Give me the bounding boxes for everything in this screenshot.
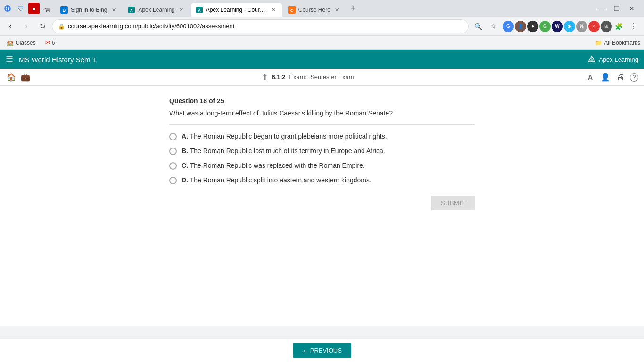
- close-window-button[interactable]: ✕: [625, 2, 638, 15]
- radio-visual-b[interactable]: [169, 148, 177, 155]
- search-icon-btn[interactable]: 🔍: [471, 20, 485, 33]
- all-bookmarks[interactable]: 📁 All Bookmarks: [595, 40, 640, 46]
- exam-label: 6.1.2: [272, 74, 285, 81]
- ext-puzzle-icon[interactable]: 🧩: [613, 21, 624, 32]
- radio-visual-c[interactable]: [169, 162, 177, 170]
- option-d[interactable]: D. The Roman Republic split into eastern…: [169, 176, 475, 184]
- radio-visual-a[interactable]: [169, 133, 177, 140]
- print-icon[interactable]: 🖨: [615, 72, 626, 83]
- tab-close-bing[interactable]: ✕: [110, 6, 117, 14]
- bookmark-star-icon[interactable]: ☆: [487, 20, 500, 33]
- svg-text:C: C: [290, 8, 293, 13]
- option-b-label: B. The Roman Republic lost much of its t…: [182, 147, 385, 155]
- briefcase-icon[interactable]: 💼: [20, 72, 31, 83]
- new-tab-button[interactable]: +: [347, 2, 360, 15]
- hamburger-menu-icon[interactable]: ☰: [6, 54, 13, 65]
- sub-header-right: A 👤 🖨 ?: [585, 72, 638, 83]
- option-d-letter: D.: [182, 176, 188, 184]
- gmail-label: 6: [52, 40, 55, 46]
- forward-button[interactable]: ›: [20, 20, 33, 33]
- question-divider: [169, 124, 475, 125]
- tab-label-apex-courses: Apex Learning - Courses: [206, 7, 267, 13]
- tab-bing[interactable]: B Sign in to Bing ✕: [56, 3, 122, 17]
- guard-btn[interactable]: 🦡: [41, 3, 53, 14]
- tab-apex-courses[interactable]: A Apex Learning - Courses ✕: [191, 3, 282, 17]
- address-text: course.apexlearning.com/public/activity/…: [68, 23, 234, 30]
- home-icon[interactable]: 🏠: [6, 72, 17, 83]
- profile-btn[interactable]: G: [2, 3, 13, 14]
- main-content: Question 18 of 25 What was a long-term e…: [0, 86, 644, 326]
- ext-g-icon[interactable]: G: [539, 21, 551, 32]
- tab-course-hero[interactable]: C Course Hero ✕: [283, 3, 346, 17]
- gmail-icon: ✉: [45, 40, 50, 46]
- tab-bar: G 🛡 ■ 🦡 B Sign in to Bing ✕ A Apex Learn…: [0, 0, 644, 17]
- option-c-text: The Roman Republic was replaced with the…: [190, 162, 365, 169]
- bookmark-classes[interactable]: 🏫 Classes: [4, 39, 39, 47]
- minimize-button[interactable]: —: [595, 2, 608, 15]
- course-title: MS World History Sem 1: [19, 56, 587, 64]
- tab-favicon-apex-courses: A: [196, 6, 203, 14]
- ext-grid-icon[interactable]: ⊞: [601, 21, 612, 32]
- extension-icons: G 👤 ● G W ◉ ⌘ ○ ⊞ 🧩: [503, 21, 624, 32]
- tab-favicon-apex: A: [128, 6, 135, 14]
- maximize-button[interactable]: ❐: [610, 2, 623, 15]
- tab-label-bing: Sign in to Bing: [71, 7, 107, 13]
- bookmark-gmail[interactable]: ✉ 6: [42, 39, 58, 47]
- address-input-bar[interactable]: 🔒 course.apexlearning.com/public/activit…: [52, 19, 469, 33]
- block-btn[interactable]: ■: [28, 3, 40, 14]
- option-a-letter: A.: [182, 132, 188, 140]
- person-icon[interactable]: 👤: [600, 72, 611, 83]
- tab-close-apex[interactable]: ✕: [178, 6, 185, 14]
- toolbar-icons: 🔍 ☆: [471, 20, 500, 33]
- app-header: ☰ MS World History Sem 1 Apex Learning: [0, 50, 644, 69]
- classes-icon: 🏫: [7, 40, 14, 46]
- help-icon[interactable]: ?: [630, 73, 638, 82]
- option-d-label: D. The Roman Republic split into eastern…: [182, 176, 372, 184]
- back-button[interactable]: ‹: [4, 20, 17, 33]
- tab-label-course-hero: Course Hero: [298, 7, 330, 13]
- sub-header-center: ⬆ 6.1.2 Exam: Semester Exam: [37, 73, 579, 82]
- refresh-button[interactable]: ↻: [36, 20, 49, 33]
- ext-google-icon[interactable]: G: [503, 21, 514, 32]
- lock-icon: 🔒: [58, 23, 65, 30]
- option-b[interactable]: B. The Roman Republic lost much of its t…: [169, 147, 475, 155]
- question-header: Question 18 of 25: [169, 97, 475, 105]
- window-controls: — ❐ ✕: [595, 2, 642, 15]
- tab-label-apex: Apex Learning: [138, 7, 174, 13]
- option-c[interactable]: C. The Roman Republic was replaced with …: [169, 162, 475, 170]
- tab-close-course-hero[interactable]: ✕: [333, 6, 341, 14]
- option-b-text: The Roman Republic lost much of its terr…: [190, 147, 385, 155]
- tab-favicon-course-hero: C: [288, 6, 296, 14]
- exam-name: Semester Exam: [310, 74, 354, 81]
- option-a-label: A. The Roman Republic began to grant ple…: [182, 132, 387, 140]
- bookmarks-bar: 🏫 Classes ✉ 6 📁 All Bookmarks: [0, 36, 644, 50]
- tab-favicon-bing: B: [60, 6, 68, 14]
- upload-icon: ⬆: [262, 73, 268, 82]
- ext-avatar-icon[interactable]: 👤: [515, 21, 526, 32]
- ext-macos-icon[interactable]: ⌘: [576, 21, 587, 32]
- svg-text:G: G: [6, 6, 9, 11]
- svg-text:A: A: [198, 8, 201, 13]
- shield-btn[interactable]: 🛡: [15, 3, 26, 14]
- tab-apex[interactable]: A Apex Learning ✕: [123, 3, 190, 17]
- translate-icon[interactable]: A: [585, 72, 596, 83]
- radio-visual-d[interactable]: [169, 177, 177, 184]
- ext-dark-icon[interactable]: ●: [527, 21, 538, 32]
- svg-text:A: A: [131, 8, 133, 13]
- option-a-text: The Roman Republic began to grant plebei…: [190, 132, 387, 140]
- option-d-text: The Roman Republic split into eastern an…: [190, 176, 372, 184]
- option-a[interactable]: A. The Roman Republic began to grant ple…: [169, 132, 475, 140]
- ext-red-icon[interactable]: ○: [588, 21, 600, 32]
- previous-button[interactable]: ← PREVIOUS: [293, 343, 351, 358]
- tab-bar-left: G 🛡 ■ 🦡: [2, 3, 53, 14]
- chrome-menu-icon[interactable]: ⋮: [627, 20, 640, 33]
- ext-w-icon[interactable]: W: [552, 21, 563, 32]
- ext-blue-circle-icon[interactable]: ◉: [564, 21, 575, 32]
- option-c-label: C. The Roman Republic was replaced with …: [182, 162, 365, 169]
- option-b-letter: B.: [182, 147, 188, 155]
- classes-label: Classes: [16, 40, 36, 46]
- all-bookmarks-label: All Bookmarks: [604, 40, 640, 46]
- option-c-letter: C.: [182, 162, 188, 169]
- tab-close-apex-courses[interactable]: ✕: [270, 6, 278, 14]
- submit-button[interactable]: SUBMIT: [431, 196, 475, 210]
